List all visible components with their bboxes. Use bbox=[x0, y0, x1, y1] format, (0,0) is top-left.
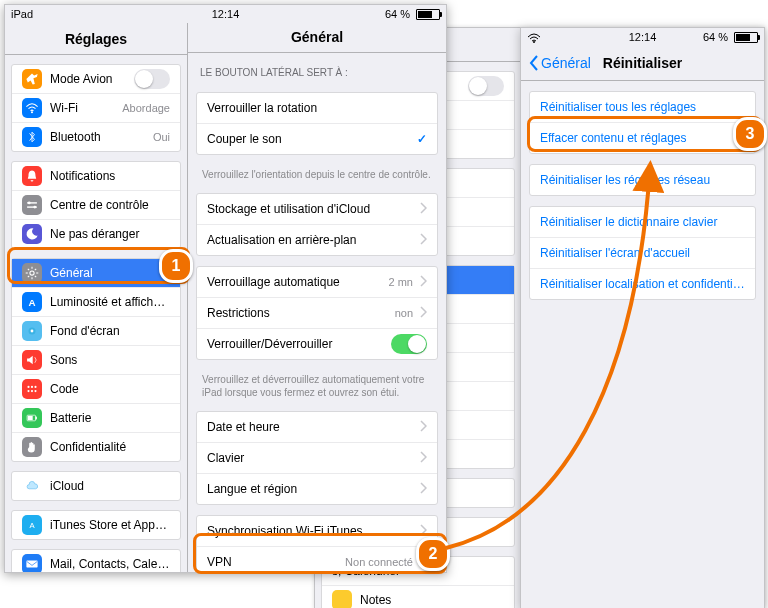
sidebar-item-label: Mode Avion bbox=[50, 72, 134, 86]
settings-title: Réglages bbox=[5, 31, 187, 47]
footnote: Verrouillez l'orientation depuis le cent… bbox=[188, 165, 446, 184]
svg-point-15 bbox=[34, 390, 36, 392]
moon-icon bbox=[22, 224, 42, 244]
svg-point-11 bbox=[31, 386, 33, 388]
airplane-icon bbox=[22, 69, 42, 89]
sidebar-item-label: Confidentialité bbox=[50, 440, 170, 454]
sidebar-item-fond-d-cran[interactable]: Fond d'écran bbox=[12, 317, 180, 346]
notes-icon bbox=[332, 590, 352, 608]
erase-content-settings[interactable]: Effacer contenu et réglages bbox=[530, 123, 755, 153]
battery-icon bbox=[22, 408, 42, 428]
setting-vpn[interactable]: VPNNon connecté bbox=[197, 547, 437, 572]
check-icon: ✓ bbox=[417, 132, 427, 146]
sidebar-item-label: iCloud bbox=[50, 479, 170, 493]
general-title: Général bbox=[188, 29, 446, 45]
status-time: 12:14 bbox=[5, 8, 446, 20]
svg-text:A: A bbox=[29, 521, 35, 530]
sidebar-item-notifications[interactable]: Notifications bbox=[12, 162, 180, 191]
reset-network-settings[interactable]: Réinitialiser les réglages réseau bbox=[530, 165, 755, 195]
svg-point-10 bbox=[27, 386, 29, 388]
chevron-right-icon bbox=[419, 524, 427, 539]
svg-point-9 bbox=[31, 330, 34, 333]
chevron-right-icon bbox=[419, 306, 427, 321]
sidebar-item-bluetooth[interactable]: BluetoothOui bbox=[12, 123, 180, 151]
status-time: 12:14 bbox=[521, 31, 764, 43]
setting-clavier[interactable]: Clavier bbox=[197, 443, 437, 474]
setting-synchronisation-wi-fi-itunes[interactable]: Synchronisation Wi-Fi iTunes bbox=[197, 516, 437, 547]
battery-icon bbox=[416, 9, 440, 20]
bg-row[interactable]: Notes bbox=[322, 586, 514, 608]
chevron-right-icon bbox=[419, 275, 427, 290]
chevron-right-icon bbox=[419, 420, 427, 435]
control-icon bbox=[22, 195, 42, 215]
setting-restrictions[interactable]: Restrictionsnon bbox=[197, 298, 437, 329]
sidebar-item-batterie[interactable]: Batterie bbox=[12, 404, 180, 433]
reset-keyboard-dict[interactable]: Réinitialiser le dictionnaire clavier bbox=[530, 207, 755, 238]
sidebar-item-mode-avion[interactable]: Mode Avion bbox=[12, 65, 180, 94]
svg-point-6 bbox=[30, 271, 34, 275]
toggle[interactable] bbox=[134, 69, 170, 89]
section-header: LE BOUTON LATÉRAL SERT À : bbox=[188, 53, 446, 82]
svg-rect-21 bbox=[26, 561, 37, 568]
page-title: Réinitialiser bbox=[521, 55, 764, 71]
sidebar-item-label: Wi-Fi bbox=[50, 101, 118, 115]
chevron-right-icon bbox=[419, 451, 427, 466]
sidebar-item-ne-pas-d-ranger[interactable]: Ne pas déranger bbox=[12, 220, 180, 248]
sidebar-item-label: iTunes Store et App Store bbox=[50, 518, 170, 532]
sidebar-item-label: Notifications bbox=[50, 169, 170, 183]
sidebar-item-confidentialit-[interactable]: Confidentialité bbox=[12, 433, 180, 461]
svg-point-12 bbox=[34, 386, 36, 388]
setting-verrouiller-la-rotation[interactable]: Verrouiller la rotation bbox=[197, 93, 437, 124]
sidebar-item-label: Code bbox=[50, 382, 170, 396]
sidebar-item-label: Batterie bbox=[50, 411, 170, 425]
sidebar-item-label: Bluetooth bbox=[50, 130, 149, 144]
sidebar-item-label: Général bbox=[50, 266, 170, 280]
toggle-icon[interactable] bbox=[468, 76, 504, 96]
footnote: Verrouillez et déverrouillez automatique… bbox=[188, 370, 446, 401]
display-icon: A bbox=[22, 292, 42, 312]
svg-rect-17 bbox=[36, 417, 37, 420]
hand-icon bbox=[22, 437, 42, 457]
svg-point-13 bbox=[27, 390, 29, 392]
code-icon bbox=[22, 379, 42, 399]
sidebar-item-label: Sons bbox=[50, 353, 170, 367]
bell-icon bbox=[22, 166, 42, 186]
sidebar-item-mail-contacts-calendrier[interactable]: Mail, Contacts, Calendrier bbox=[12, 550, 180, 572]
sidebar-item-label: Mail, Contacts, Calendrier bbox=[50, 557, 170, 571]
icloud-icon bbox=[22, 476, 42, 496]
sidebar-item-luminosit-et-affichage[interactable]: ALuminosité et affichage bbox=[12, 288, 180, 317]
sidebar-item-sons[interactable]: Sons bbox=[12, 346, 180, 375]
setting-verrouillage-automatique[interactable]: Verrouillage automatique2 mn bbox=[197, 267, 437, 298]
wallpaper-icon bbox=[22, 321, 42, 341]
sound-icon bbox=[22, 350, 42, 370]
setting-actualisation-en-arri-re-plan[interactable]: Actualisation en arrière-plan bbox=[197, 225, 437, 255]
navbar-reset: Général Réinitialiser bbox=[521, 46, 764, 81]
sidebar-item-label: Luminosité et affichage bbox=[50, 295, 170, 309]
reset-all-settings[interactable]: Réinitialiser tous les réglages bbox=[530, 92, 755, 123]
bluetooth-icon bbox=[22, 127, 42, 147]
sidebar-item-label: Ne pas déranger bbox=[50, 227, 170, 241]
toggle[interactable] bbox=[391, 334, 427, 354]
setting-date-et-heure[interactable]: Date et heure bbox=[197, 412, 437, 443]
battery-icon bbox=[734, 32, 758, 43]
chevron-right-icon bbox=[419, 233, 427, 248]
sidebar-item-code[interactable]: Code bbox=[12, 375, 180, 404]
sidebar-item-icloud[interactable]: iCloud bbox=[12, 472, 180, 500]
svg-point-1 bbox=[31, 111, 33, 113]
sidebar-item-wi-fi[interactable]: Wi-FiAbordage bbox=[12, 94, 180, 123]
reset-home-screen[interactable]: Réinitialiser l'écran d'accueil bbox=[530, 238, 755, 269]
sidebar-item-itunes-store-et-app-store[interactable]: AiTunes Store et App Store bbox=[12, 511, 180, 539]
sidebar-item-label: Centre de contrôle bbox=[50, 198, 170, 212]
sidebar-item-g-n-ral[interactable]: Général bbox=[12, 259, 180, 288]
setting-stockage-et-utilisation-d-icloud[interactable]: Stockage et utilisation d'iCloud bbox=[197, 194, 437, 225]
chevron-right-icon bbox=[419, 202, 427, 217]
sidebar-item-label: Fond d'écran bbox=[50, 324, 170, 338]
mail-icon bbox=[22, 554, 42, 572]
svg-text:A: A bbox=[28, 297, 35, 308]
chevron-right-icon bbox=[419, 482, 427, 497]
reset-location-privacy[interactable]: Réinitialiser localisation et confidenti… bbox=[530, 269, 755, 299]
setting-verrouiller-d-verrouiller[interactable]: Verrouiller/Déverrouiller bbox=[197, 329, 437, 359]
sidebar-item-centre-de-contr-le[interactable]: Centre de contrôle bbox=[12, 191, 180, 220]
setting-couper-le-son[interactable]: Couper le son✓ bbox=[197, 124, 437, 154]
setting-langue-et-r-gion[interactable]: Langue et région bbox=[197, 474, 437, 504]
